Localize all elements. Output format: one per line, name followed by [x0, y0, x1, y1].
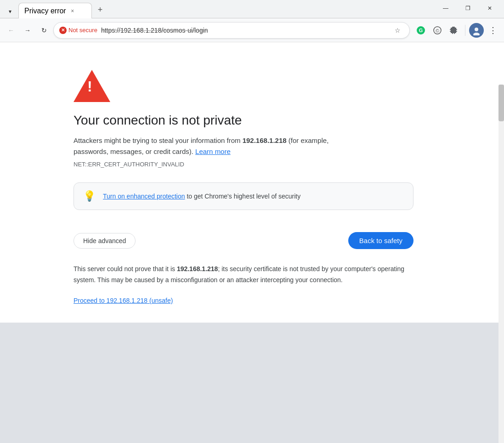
- enhanced-protection-link[interactable]: Turn on enhanced protection: [103, 193, 185, 200]
- protection-text: Turn on enhanced protection to get Chrom…: [103, 193, 300, 200]
- address-bar: ← → ↻ ✕ Not secure https://192.168.1.218…: [0, 18, 504, 42]
- not-secure-badge[interactable]: ✕ Not secure: [59, 27, 97, 34]
- tab-dropdown-button[interactable]: ▾: [4, 5, 17, 18]
- advanced-ip: 192.168.1.218: [177, 265, 218, 273]
- close-window-button[interactable]: ✕: [479, 1, 500, 15]
- address-url: https://192.168.1.218/cosmos-ui/login: [101, 27, 387, 34]
- svg-point-5: [475, 28, 478, 31]
- new-tab-button[interactable]: +: [94, 3, 107, 16]
- not-secure-icon: ✕: [59, 27, 67, 34]
- page-content: Your connection is not private Attackers…: [0, 42, 504, 323]
- window-controls: — ❐ ✕: [435, 1, 500, 18]
- chrome-menu-button[interactable]: ⋮: [486, 23, 500, 38]
- scroll-track[interactable]: [498, 85, 504, 443]
- tab-bar-left: ▾: [4, 5, 17, 18]
- not-secure-label: Not secure: [68, 27, 97, 34]
- page-wrapper: Your connection is not private Attackers…: [0, 42, 504, 443]
- tab-bar: ▾ Privacy error × + — ❐ ✕: [0, 0, 504, 18]
- advanced-info: This server could not prove that it is 1…: [74, 264, 413, 286]
- tab-title: Privacy error: [24, 7, 66, 15]
- warning-icon: [74, 70, 110, 102]
- address-input-wrap[interactable]: ✕ Not secure https://192.168.1.218/cosmo…: [53, 22, 410, 39]
- toolbar-divider: [465, 25, 465, 36]
- scroll-thumb[interactable]: [498, 85, 504, 121]
- svg-text:©: ©: [436, 28, 439, 33]
- proceed-link[interactable]: Proceed to 192.168.1.218 (unsafe): [74, 297, 504, 304]
- buttons-row: Hide advanced Back to safety: [74, 232, 413, 249]
- active-tab[interactable]: Privacy error ×: [18, 3, 92, 18]
- address-actions: ☆: [391, 24, 404, 37]
- svg-text:G: G: [419, 28, 423, 33]
- hide-advanced-button[interactable]: Hide advanced: [74, 233, 136, 249]
- tab-close-button[interactable]: ×: [69, 7, 76, 15]
- page-heading: Your connection is not private: [74, 113, 504, 128]
- reload-button[interactable]: ↻: [37, 23, 51, 38]
- warning-triangle: [74, 70, 110, 102]
- back-to-safety-button[interactable]: Back to safety: [348, 232, 413, 249]
- profile-avatar-button[interactable]: [469, 23, 484, 38]
- description-text: Attackers might be trying to steal your …: [74, 135, 340, 157]
- back-button[interactable]: ←: [4, 23, 18, 38]
- lightbulb-icon: 💡: [83, 190, 96, 202]
- extension-area: G © ⋮: [413, 23, 500, 38]
- forward-button[interactable]: →: [20, 23, 35, 38]
- maximize-button[interactable]: ❐: [457, 1, 478, 15]
- enhanced-protection-box: 💡 Turn on enhanced protection to get Chr…: [74, 182, 413, 210]
- learn-more-link[interactable]: Learn more: [195, 148, 231, 155]
- ip-address: 192.168.1.218: [243, 136, 287, 144]
- extensions-puzzle-button[interactable]: [447, 23, 461, 38]
- copyright-extension-button[interactable]: ©: [430, 23, 445, 38]
- grammarly-extension-button[interactable]: G: [413, 23, 428, 38]
- description-part1: Attackers might be trying to steal your …: [74, 136, 243, 144]
- bookmark-button[interactable]: ☆: [391, 24, 404, 37]
- error-code: NET::ERR_CERT_AUTHORITY_INVALID: [74, 161, 504, 168]
- minimize-button[interactable]: —: [435, 1, 456, 15]
- chrome-window: ▾ Privacy error × + — ❐ ✕ ← → ↻ ✕ Not se…: [0, 0, 504, 443]
